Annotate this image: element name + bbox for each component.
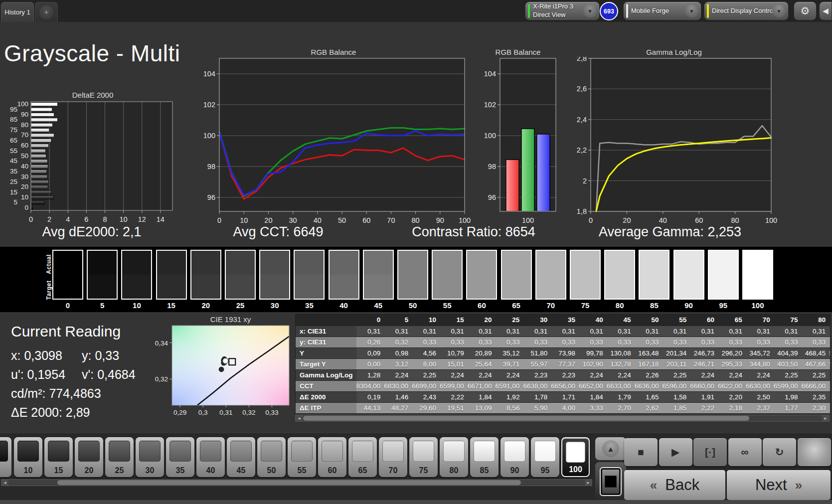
table-cell: 0,31 [412,326,440,336]
table-cell: 0,26 [356,336,384,347]
svg-text:8: 8 [103,215,107,223]
reading-u: u': 0,1954 [11,365,82,384]
scroll-left-icon[interactable]: ◄ [1,480,8,486]
table-cell: 55,97 [523,358,551,369]
table-cell: 2,62 [635,402,663,413]
table-col-header: 20 [468,315,496,326]
settings-button[interactable]: ⚙ [794,1,817,20]
pattern-level-button-90[interactable]: 90 [500,437,529,477]
table-cell: 0,31 [774,326,802,336]
table-cell: 203,11 [662,358,690,369]
table-cell: 2,25 [412,369,440,380]
table-cell: 1,85 [662,402,690,413]
table-cell: 2,24 [690,369,718,380]
pattern-level-button-15[interactable]: 15 [44,437,73,477]
level-scrollbar[interactable]: ◄ ► [1,479,592,486]
pattern-level-button-40[interactable]: 40 [196,437,225,477]
table-cell: 1,91 [690,391,718,402]
pattern-level-button-50[interactable]: 50 [257,437,286,477]
add-tab-button[interactable]: + [35,2,58,22]
pattern-level-button-25[interactable]: 25 [105,437,134,477]
table-scrollbar-thumb[interactable] [303,416,749,421]
scroll-left-icon[interactable]: ◄ [296,415,303,421]
swatch-actual-target [190,250,221,300]
swatch-level-label: 75 [570,301,601,310]
svg-text:35: 35 [10,168,17,175]
pattern-level-button-85[interactable]: 85 [470,437,499,477]
pattern-level-button-45[interactable]: 45 [227,437,255,477]
svg-text:40: 40 [21,163,28,170]
tab-history-1[interactable]: History 1 [1,2,34,22]
svg-text:25: 25 [10,178,17,185]
svg-text:85: 85 [10,116,17,123]
table-cell: 0,33 [802,336,830,347]
refresh-button[interactable]: ↻ [763,438,796,466]
collapse-panel-button[interactable]: ◀ [819,1,832,20]
table-cell: 2,50 [746,391,774,402]
back-button[interactable]: « Back [624,470,725,500]
pattern-level-button-80[interactable]: 80 [440,437,468,477]
svg-text:60: 60 [21,142,28,149]
stop-button[interactable]: ■ [624,438,658,466]
table-col-header: 0 [356,315,384,326]
swatch-actual-target [432,250,463,300]
level-label: 80 [440,466,468,475]
scroll-right-icon[interactable]: ► [585,480,592,486]
svg-text:20: 20 [264,216,272,224]
svg-text:0,32: 0,32 [155,375,168,383]
table-cell: 6830,00 [384,380,412,391]
level-swatch [566,442,585,463]
pattern-level-button-95[interactable]: 95 [531,437,559,477]
table-cell: 73,98 [551,347,579,358]
grayscale-swatch-30: 30 [259,250,290,310]
table-scrollbar[interactable]: ◄ ► [295,415,830,422]
svg-text:80: 80 [21,121,28,129]
display-control-button[interactable]: Direct Display Control ▼ [704,1,789,20]
pattern-level-button-100[interactable]: 100 [561,437,590,477]
pattern-level-button-20[interactable]: 20 [75,437,103,477]
extra-button[interactable] [798,438,831,466]
play-button[interactable]: ▶ [659,438,692,466]
level-swatch [139,441,161,462]
source-name: Mobile Forge [631,7,669,15]
pattern-level-button-5[interactable] [0,437,11,477]
pattern-level-button-55[interactable]: 55 [288,437,316,477]
next-button-label: Next [755,476,787,494]
table-cell: 8304,00 [356,380,384,391]
measure-button[interactable]: [·] [693,438,727,466]
level-swatch [17,441,39,462]
reading-y: y: 0,33 [82,346,119,365]
chevron-down-icon[interactable]: ▼ [685,4,698,18]
next-button[interactable]: Next » [727,470,831,500]
chevron-down-icon[interactable]: ▼ [583,4,597,18]
swatch-actual-target [225,250,256,300]
continuous-button[interactable]: ∞ [728,438,762,466]
pattern-window-button[interactable] [595,462,626,501]
table-cell: 246,71 [690,358,718,369]
table-cell: 6622,00 [718,380,746,391]
level-scrollbar-thumb[interactable] [57,480,521,485]
pattern-level-button-10[interactable]: 10 [14,437,42,477]
pattern-control-bar: 101520253035404550556065707580859095100 … [0,433,832,504]
level-swatch [109,441,130,462]
table-cell: 1,98 [774,391,802,402]
table-cell: 2,26 [635,369,663,380]
pattern-level-button-65[interactable]: 65 [348,437,377,477]
table-cell: 2,25 [802,369,830,380]
source-device-button[interactable]: Mobile Forge ▼ [623,1,701,20]
table-cell: 1,77 [774,402,802,413]
table-row-label: Y [296,347,356,358]
pattern-level-button-75[interactable]: 75 [409,437,438,477]
table-cell: 2,24 [440,369,468,380]
pattern-level-button-35[interactable]: 35 [166,437,194,477]
pattern-level-button-60[interactable]: 60 [318,437,346,477]
chevron-down-icon[interactable]: ▼ [772,4,786,18]
meter-count-badge[interactable]: 693 [600,2,618,20]
table-cell: 0,33 [774,336,802,347]
pattern-level-button-70[interactable]: 70 [379,437,407,477]
meter-device-button[interactable]: X-Rite i1Pro 3 Direct View ▼ [525,1,600,20]
scroll-right-icon[interactable]: ► [822,415,829,421]
pattern-window-raise-button[interactable]: ▲ [595,437,626,460]
table-cell: 6656,00 [551,380,579,391]
pattern-level-button-30[interactable]: 30 [136,437,164,477]
